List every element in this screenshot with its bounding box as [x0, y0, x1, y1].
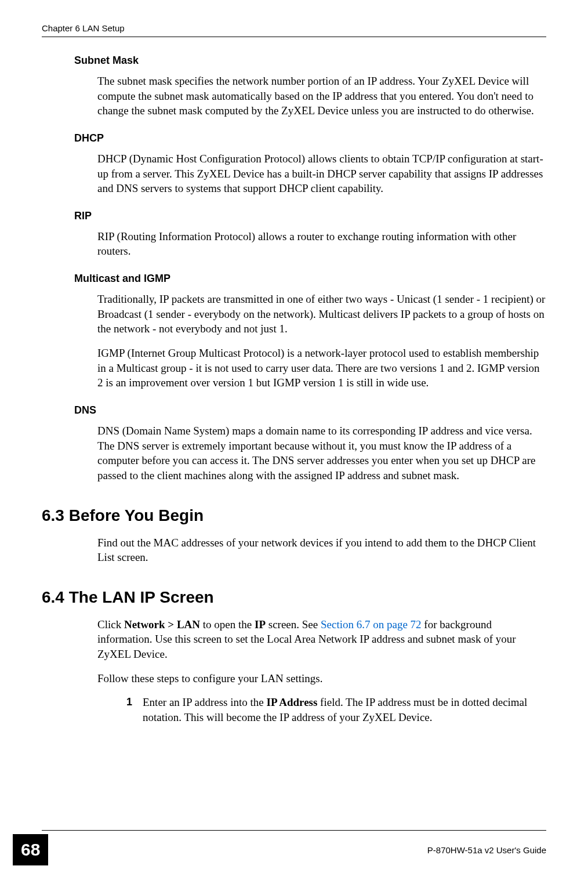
para-lan-ip-1: Click Network > LAN to open the IP scree…: [97, 617, 546, 662]
para-subnet-mask: The subnet mask specifies the network nu…: [97, 74, 546, 118]
cross-ref-link[interactable]: Section 6.7 on page 72: [321, 618, 422, 631]
page-footer: 68 P-870HW-51a v2 User's Guide: [0, 834, 588, 865]
heading-rip: RIP: [74, 210, 546, 222]
list-text: Enter an IP address into the IP Address …: [143, 695, 546, 724]
para-multicast-1: Traditionally, IP packets are transmitte…: [97, 292, 546, 336]
footer-divider: [42, 830, 546, 831]
para-before-begin: Find out the MAC addresses of your netwo…: [97, 535, 546, 565]
numbered-list: 1 Enter an IP address into the IP Addres…: [123, 695, 546, 724]
heading-dns: DNS: [74, 404, 546, 416]
text: screen. See: [266, 618, 321, 631]
para-lan-ip-2: Follow these steps to configure your LAN…: [97, 671, 546, 686]
bold-text: Network > LAN: [124, 618, 200, 631]
page-number: 68: [13, 834, 48, 865]
para-dhcp: DHCP (Dynamic Host Configuration Protoco…: [97, 151, 546, 196]
text: Enter an IP address into the: [143, 696, 267, 708]
heading-before-begin: 6.3 Before You Begin: [42, 506, 546, 525]
page-header: Chapter 6 LAN Setup: [42, 23, 546, 37]
text: Click: [97, 618, 124, 631]
heading-dhcp: DHCP: [74, 132, 546, 144]
para-rip: RIP (Routing Information Protocol) allow…: [97, 229, 546, 259]
list-number: 1: [123, 695, 132, 724]
heading-subnet-mask: Subnet Mask: [74, 55, 546, 67]
list-item: 1 Enter an IP address into the IP Addres…: [123, 695, 546, 724]
bold-text: IP: [255, 618, 266, 631]
heading-lan-ip: 6.4 The LAN IP Screen: [42, 588, 546, 607]
para-multicast-2: IGMP (Internet Group Multicast Protocol)…: [97, 346, 546, 390]
text: to open the: [200, 618, 255, 631]
bold-text: IP Address: [267, 696, 318, 708]
heading-multicast: Multicast and IGMP: [74, 273, 546, 285]
chapter-title: Chapter 6 LAN Setup: [42, 23, 125, 33]
guide-label: P-870HW-51a v2 User's Guide: [427, 845, 546, 855]
para-dns: DNS (Domain Name System) maps a domain n…: [97, 423, 546, 483]
